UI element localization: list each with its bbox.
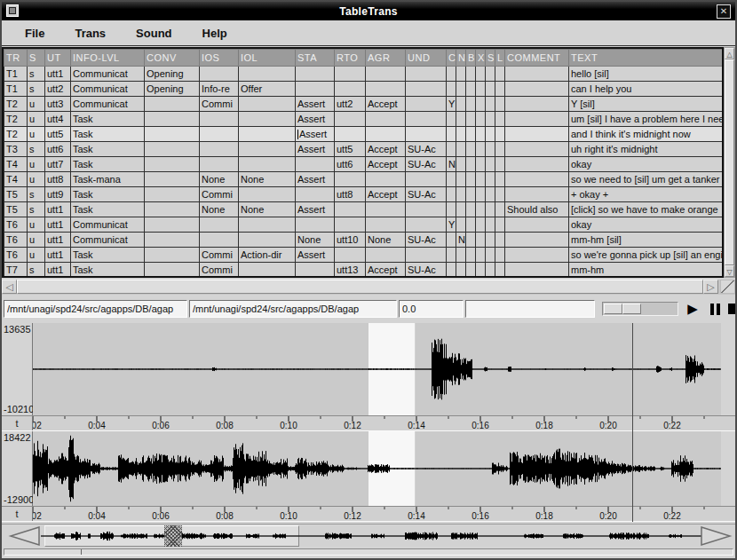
table-cell[interactable]: Opening xyxy=(145,67,200,82)
table-cell[interactable]: Task xyxy=(71,157,145,172)
table-cell[interactable] xyxy=(335,217,366,233)
table-cell[interactable]: None xyxy=(239,172,296,187)
slider-thumb[interactable] xyxy=(604,304,622,314)
table-cell[interactable]: Communicat xyxy=(71,233,145,248)
table-cell[interactable] xyxy=(486,248,495,263)
table-cell[interactable] xyxy=(476,187,486,202)
table-cell[interactable] xyxy=(466,112,476,127)
table-cell[interactable]: Task xyxy=(71,263,145,278)
overview-scroll-right-icon[interactable] xyxy=(700,525,737,547)
table-cell[interactable]: T2 xyxy=(4,127,28,142)
table-cell[interactable]: Assert xyxy=(296,97,335,112)
overview-scroll-left-icon[interactable] xyxy=(4,525,41,547)
table-cell[interactable] xyxy=(145,217,200,233)
table-cell[interactable]: T2 xyxy=(4,112,28,127)
table-cell[interactable] xyxy=(366,202,406,217)
table-cell[interactable]: utt6 xyxy=(45,142,71,157)
table-cell[interactable] xyxy=(495,67,505,82)
table-cell[interactable]: None xyxy=(200,202,239,217)
table-cell[interactable]: Info-re xyxy=(200,82,239,97)
table-cell[interactable]: None xyxy=(366,233,406,248)
table-cell[interactable] xyxy=(476,202,486,217)
table-cell[interactable]: u xyxy=(28,172,45,187)
table-cell[interactable] xyxy=(505,263,569,278)
table-cell[interactable] xyxy=(145,97,200,112)
table-cell[interactable] xyxy=(406,172,447,187)
table-cell[interactable]: utt1 xyxy=(45,233,71,248)
table-cell[interactable] xyxy=(456,67,466,82)
table-cell[interactable] xyxy=(145,248,200,263)
table-cell[interactable] xyxy=(200,142,239,157)
table-cell[interactable]: N xyxy=(456,233,466,248)
table-cell[interactable] xyxy=(466,142,476,157)
table-cell[interactable] xyxy=(495,97,505,112)
table-cell[interactable] xyxy=(486,157,495,172)
table-cell[interactable]: Accept xyxy=(366,157,406,172)
table-cell[interactable]: T6 xyxy=(4,248,28,263)
table-cell[interactable]: Assert xyxy=(296,202,335,217)
table-cell[interactable]: and I think it's midnight now xyxy=(569,127,725,142)
table-cell[interactable] xyxy=(406,112,447,127)
table-cell[interactable] xyxy=(476,172,486,187)
table-cell[interactable] xyxy=(476,67,486,82)
table-cell[interactable] xyxy=(366,127,406,142)
audio-file-path-field-2[interactable] xyxy=(189,300,397,318)
table-cell[interactable]: so we're gonna pick up [sil] an engine xyxy=(569,248,725,263)
horizontal-scrollbar-thumb[interactable] xyxy=(17,280,703,294)
table-cell[interactable]: utt2 xyxy=(335,97,366,112)
table-cell[interactable]: T5 xyxy=(4,187,28,202)
table-cell[interactable] xyxy=(495,263,505,278)
table-cell[interactable]: so we need to [sil] um get a tanker of xyxy=(569,172,725,187)
table-cell[interactable] xyxy=(335,127,366,142)
table-cell[interactable]: Should also xyxy=(505,202,569,217)
table-cell[interactable] xyxy=(466,187,476,202)
table-cell[interactable]: utt1 xyxy=(45,217,71,233)
table-cell[interactable]: s xyxy=(28,142,45,157)
table-cell[interactable] xyxy=(366,217,406,233)
table-cell[interactable] xyxy=(486,172,495,187)
table-cell[interactable]: T6 xyxy=(4,217,28,233)
aux-field[interactable] xyxy=(465,300,595,318)
table-cell[interactable] xyxy=(466,202,476,217)
table-cell[interactable] xyxy=(466,217,476,233)
table-cell[interactable] xyxy=(495,157,505,172)
table-cell[interactable]: s xyxy=(28,67,45,82)
table-cell[interactable] xyxy=(447,263,456,278)
bottom-scroll-groove[interactable] xyxy=(4,548,733,556)
table-cell[interactable]: s xyxy=(28,202,45,217)
table-cell[interactable]: utt6 xyxy=(335,157,366,172)
table-cell[interactable] xyxy=(456,142,466,157)
table-cell[interactable] xyxy=(495,233,505,248)
table-cell[interactable]: Action-dir xyxy=(239,248,296,263)
table-cell[interactable] xyxy=(486,263,495,278)
table-cell[interactable]: s xyxy=(28,263,45,278)
table-cell[interactable] xyxy=(456,248,466,263)
pause-button[interactable] xyxy=(706,301,724,317)
table-cell[interactable]: utt10 xyxy=(335,233,366,248)
scroll-up-icon[interactable]: △ xyxy=(725,48,734,59)
table-cell[interactable] xyxy=(239,142,296,157)
table-cell[interactable]: Commi xyxy=(200,97,239,112)
table-cell[interactable] xyxy=(366,248,406,263)
table-cell[interactable]: u xyxy=(28,97,45,112)
table-cell[interactable]: Commi xyxy=(200,248,239,263)
table-cell[interactable] xyxy=(239,217,296,233)
table-cell[interactable] xyxy=(456,217,466,233)
table-cell[interactable] xyxy=(495,187,505,202)
waveform-channel-1[interactable] xyxy=(33,323,721,415)
table-cell[interactable] xyxy=(505,187,569,202)
table-cell[interactable]: T4 xyxy=(4,157,28,172)
table-cell[interactable] xyxy=(476,248,486,263)
table-cell[interactable] xyxy=(486,82,495,97)
table-cell[interactable] xyxy=(505,97,569,112)
table-cell[interactable]: utt1 xyxy=(45,202,71,217)
table-cell[interactable] xyxy=(239,112,296,127)
table-horizontal-scrollbar[interactable]: ◁ ▷ xyxy=(2,280,735,295)
table-cell[interactable]: hello [sil] xyxy=(569,67,725,82)
table-cell[interactable]: mm-hm [sil] xyxy=(569,233,725,248)
table-cell[interactable] xyxy=(456,82,466,97)
playback-rate-slider[interactable] xyxy=(602,302,678,316)
window-menu-icon[interactable] xyxy=(6,4,19,17)
table-cell[interactable] xyxy=(366,82,406,97)
table-cell[interactable] xyxy=(335,202,366,217)
